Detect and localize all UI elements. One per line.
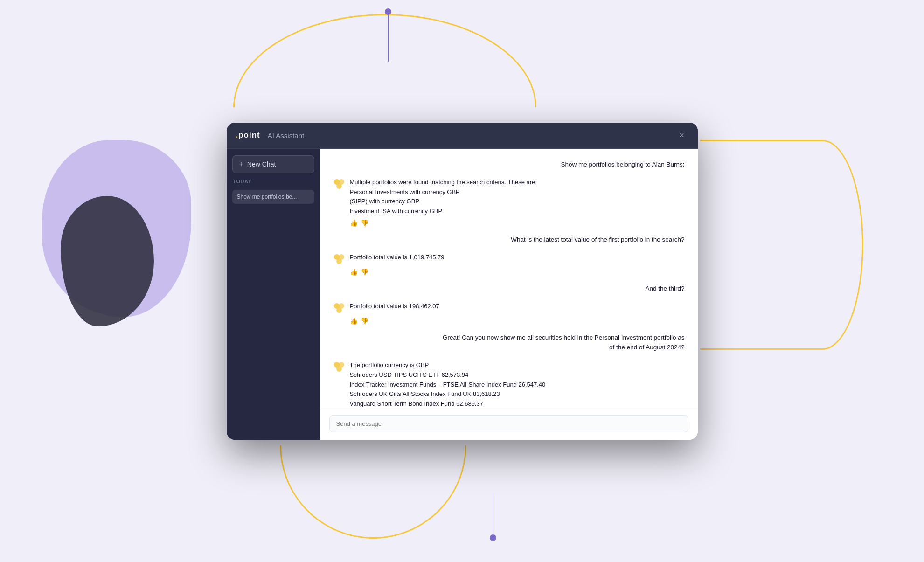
today-section-label: Today — [232, 179, 314, 184]
thumbs-up-button-3[interactable]: 👍 — [350, 317, 358, 325]
chat-area: Show me portfolios belonging to Alan Bur… — [320, 149, 698, 440]
ai-avatar-3 — [333, 302, 345, 314]
thumbs-up-button-1[interactable]: 👍 — [350, 219, 358, 227]
ai-avatar-2 — [333, 253, 345, 265]
user-message-4: Great! Can you now show me all securitie… — [438, 333, 685, 352]
thumbs-down-button-3[interactable]: 👎 — [361, 317, 368, 325]
ai-message-1-feedback: 👍 👎 — [333, 219, 537, 227]
svg-point-8 — [336, 307, 342, 313]
ai-message-2-text: Portfolio total value is 1,019,745.79 — [350, 253, 445, 263]
ai-avatar-1 — [333, 178, 345, 190]
ai-message-2: Portfolio total value is 1,019,745.79 👍 … — [333, 253, 445, 276]
user-message-2: What is the latest total value of the fi… — [511, 235, 684, 244]
ai-message-2-inner: Portfolio total value is 1,019,745.79 — [333, 253, 445, 265]
thumbs-down-button-2[interactable]: 👎 — [361, 268, 368, 276]
plus-icon: + — [239, 160, 243, 168]
yellow-arc-top — [233, 14, 536, 107]
user-message-1: Show me portfolios belonging to Alan Bur… — [561, 160, 685, 169]
thumbs-down-button-1[interactable]: 👎 — [361, 219, 368, 227]
svg-point-11 — [336, 366, 342, 372]
ai-message-1-inner: Multiple portfolios were found matching … — [333, 178, 537, 216]
logo: .point — [236, 131, 260, 140]
titlebar-left: .point AI Assistant — [236, 131, 305, 140]
ai-message-4-text: The portfolio currency is GBP Schroders … — [350, 361, 546, 409]
ai-message-4-inner: The portfolio currency is GBP Schroders … — [333, 361, 546, 409]
history-item[interactable]: Show me portfolios be... — [232, 190, 314, 204]
yellow-arc-right — [700, 140, 863, 350]
titlebar: .point AI Assistant × — [227, 123, 698, 149]
ai-message-1-text: Multiple portfolios were found matching … — [350, 178, 537, 216]
modal-body: + New Chat Today Show me portfolios be..… — [227, 149, 698, 440]
vert-line-bottom — [493, 493, 493, 534]
ai-message-3-feedback: 👍 👎 — [333, 317, 439, 325]
chat-messages: Show me portfolios belonging to Alan Bur… — [320, 149, 698, 409]
ai-message-3: Portfolio total value is 198,462.07 👍 👎 — [333, 302, 439, 325]
new-chat-label: New Chat — [247, 160, 276, 168]
chat-input-bar — [320, 409, 698, 440]
user-message-3: And the third? — [645, 284, 684, 293]
ai-message-4: The portfolio currency is GBP Schroders … — [333, 361, 546, 409]
ai-message-1: Multiple portfolios were found matching … — [333, 178, 537, 227]
ai-avatar-4 — [333, 361, 345, 373]
svg-point-5 — [336, 258, 342, 264]
logo-period: .point — [236, 131, 260, 140]
app-title: AI Assistant — [268, 132, 304, 139]
svg-point-2 — [336, 183, 342, 189]
vert-line-top — [388, 15, 389, 62]
dot-bottom — [490, 534, 496, 541]
ai-message-3-text: Portfolio total value is 198,462.07 — [350, 302, 439, 312]
ai-assistant-modal: .point AI Assistant × + New Chat Today S… — [227, 123, 698, 440]
close-button[interactable]: × — [675, 129, 688, 142]
dot-top — [385, 8, 391, 15]
yellow-arc-bottom — [280, 445, 466, 539]
chat-input[interactable] — [329, 415, 688, 432]
sidebar: + New Chat Today Show me portfolios be..… — [227, 149, 320, 440]
ai-message-3-inner: Portfolio total value is 198,462.07 — [333, 302, 439, 314]
new-chat-button[interactable]: + New Chat — [232, 155, 314, 173]
thumbs-up-button-2[interactable]: 👍 — [350, 268, 358, 276]
ai-message-2-feedback: 👍 👎 — [333, 268, 445, 276]
